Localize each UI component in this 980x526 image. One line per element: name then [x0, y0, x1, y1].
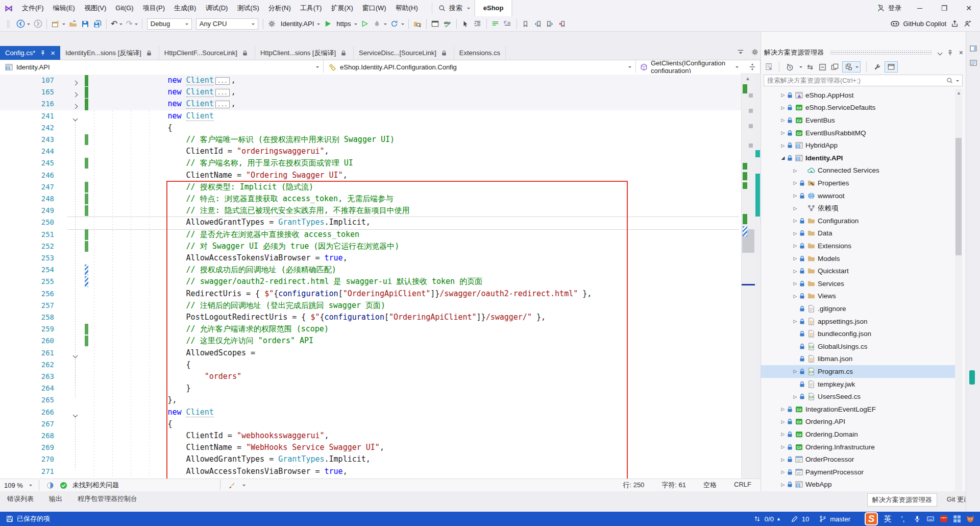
git-branch[interactable]: master — [818, 514, 850, 523]
navigate-forward-button[interactable] — [32, 18, 44, 30]
file-nesting-dropdown[interactable] — [842, 61, 861, 73]
line-ending-indicator[interactable]: CRLF — [734, 481, 751, 490]
open-file-button[interactable] — [67, 18, 79, 30]
restart-app-button[interactable] — [388, 18, 406, 30]
collapsed-arrow-icon[interactable]: ▷ — [779, 117, 787, 123]
fold-collapsed-icon[interactable] — [74, 90, 77, 98]
start-debugging-button[interactable] — [322, 18, 334, 30]
tree-item-Ordering.Infrastructure[interactable]: ▷C#Ordering.Infrastructure — [761, 441, 956, 453]
collapsed-region-box[interactable]: ... — [215, 89, 230, 97]
selection-mode-button[interactable] — [459, 18, 472, 30]
fold-collapsed-icon[interactable] — [74, 102, 77, 110]
previous-bookmark-button[interactable] — [532, 18, 544, 30]
collapsed-arrow-icon[interactable]: ▷ — [792, 206, 799, 211]
collapsed-arrow-icon[interactable]: ▷ — [792, 231, 799, 236]
tree-item-.gitignore[interactable]: .gitignore — [761, 302, 956, 315]
tree-item-Connected Services[interactable]: ▷Connected Services — [761, 164, 956, 177]
scrollbar-thumb[interactable] — [955, 138, 962, 255]
switch-views-icon[interactable] — [764, 62, 773, 71]
collapsed-region-box[interactable]: ... — [215, 101, 230, 108]
collapsed-arrow-icon[interactable]: ▷ — [792, 256, 799, 261]
tree-item-Identity.API[interactable]: ◢Identity.API — [761, 152, 956, 164]
collapsed-arrow-icon[interactable]: ▷ — [792, 281, 799, 286]
menu-分析(N)[interactable]: 分析(N) — [264, 4, 296, 12]
tree-item-Quickstart[interactable]: ▷Quickstart — [761, 265, 956, 277]
expanded-arrow-icon[interactable]: ◢ — [779, 155, 787, 160]
problems-status-label[interactable]: 未找到相关问题 — [72, 481, 119, 490]
show-all-files-icon[interactable] — [830, 62, 839, 71]
tree-item-Configuration[interactable]: ▷Configuration — [761, 214, 956, 227]
tree-item-libman.json[interactable]: {}libman.json — [761, 353, 956, 366]
search-box[interactable]: 搜索 — [432, 3, 475, 14]
tree-item-Data[interactable]: ▷Data — [761, 227, 956, 240]
tree-item-WebApp[interactable]: ▷WebApp — [761, 479, 956, 491]
redo-button[interactable]: ↷ — [124, 18, 139, 30]
tree-item-EventBus[interactable]: ▷C#EventBus — [761, 114, 956, 127]
tree-item-tempkey.jwk[interactable]: tempkey.jwk — [761, 378, 956, 391]
breadcrumb-member-dropdown[interactable]: GetClients(IConfiguration configuration) — [636, 60, 761, 74]
tree-item-eShop.ServiceDefaults[interactable]: ▷C#eShop.ServiceDefaults — [761, 102, 956, 114]
tree-item-Extensions[interactable]: ▷Extensions — [761, 240, 956, 252]
debug-configuration-dropdown[interactable]: Debug — [147, 18, 192, 30]
spell-check-button[interactable]: abc — [442, 18, 454, 30]
preview-selected-items-button[interactable] — [885, 61, 898, 73]
platform-dropdown[interactable]: Any CPU — [196, 18, 258, 30]
toolbar-grip[interactable] — [2, 18, 14, 30]
collapsed-arrow-icon[interactable]: ▷ — [792, 168, 799, 173]
explorer-tab-解决方案资源管理器[interactable]: 解决方案资源管理器 — [867, 493, 937, 507]
caret-column-indicator[interactable]: 字符: 61 — [662, 481, 686, 490]
active-files-dropdown-icon[interactable] — [736, 47, 745, 57]
panel-tab-错误列表[interactable]: 错误列表 — [5, 493, 36, 505]
window-position-icon[interactable] — [937, 50, 942, 55]
collapsed-region-box[interactable]: ... — [215, 77, 230, 85]
search-icon[interactable] — [945, 76, 954, 85]
collapsed-arrow-icon[interactable]: ▷ — [779, 432, 787, 437]
docked-tool-icon[interactable] — [969, 58, 978, 67]
menu-Git(G)[interactable]: Git(G) — [111, 4, 138, 12]
breadcrumb-type-dropdown[interactable]: eShop.Identity.API.Configuration.Config — [324, 60, 636, 74]
collapsed-arrow-icon[interactable]: ▷ — [792, 369, 799, 374]
errors-warnings[interactable]: 0/0▲ — [753, 514, 781, 523]
format-indent-button[interactable] — [472, 18, 484, 30]
solution-explorer-search-input[interactable]: 搜索解决方案资源管理器(Ctrl+;) — [764, 75, 963, 86]
find-in-files-button[interactable] — [411, 18, 424, 30]
ime-toolbox-icon[interactable] — [952, 514, 962, 523]
solution-name-badge[interactable]: eShop — [475, 0, 512, 16]
collapsed-arrow-icon[interactable]: ▷ — [792, 193, 799, 198]
menu-窗口(W)[interactable]: 窗口(W) — [358, 4, 391, 12]
docked-tool-icon[interactable] — [969, 44, 978, 53]
panel-tab-程序包管理器控制台[interactable]: 程序包管理器控制台 — [76, 493, 139, 505]
tree-item-GlobalUsings.cs[interactable]: C#GlobalUsings.cs — [761, 340, 956, 353]
save-button[interactable] — [79, 18, 91, 30]
zoom-level-dropdown[interactable]: 109 % — [4, 482, 23, 489]
tree-item-appsettings.json[interactable]: ▷{}appsettings.json — [761, 315, 956, 328]
tree-item-eShop.AppHost[interactable]: ▷eShop.AppHost — [761, 89, 956, 102]
menu-视图(V)[interactable]: 视图(V) — [80, 4, 111, 12]
pending-changes-filter-icon[interactable] — [785, 62, 794, 71]
fold-collapsed-icon[interactable] — [74, 79, 77, 86]
collapsed-arrow-icon[interactable]: ▷ — [779, 105, 787, 110]
indentation-indicator[interactable]: 空格 — [703, 481, 717, 490]
start-without-debugging-button[interactable] — [359, 18, 371, 30]
code-editor[interactable]: 107new Client...,165new Client...,216new… — [0, 73, 741, 479]
caret-line-indicator[interactable]: 行: 250 — [623, 481, 644, 490]
menu-调试(D)[interactable]: 调试(D) — [201, 4, 232, 12]
tree-item-bundleconfig.json[interactable]: {}bundleconfig.json — [761, 327, 956, 340]
format-document-button[interactable] — [489, 18, 502, 30]
explorer-scrollbar[interactable]: ▲ — [955, 89, 962, 491]
tree-item-IntegrationEventLogEF[interactable]: ▷C#IntegrationEventLogEF — [761, 403, 956, 416]
close-panel-icon[interactable]: × — [959, 49, 963, 57]
scroll-up-icon[interactable]: ▲ — [745, 76, 750, 81]
startup-project-dropdown[interactable]: Identity.API — [278, 18, 322, 30]
tree-item-HybridApp[interactable]: ▷HybridApp — [761, 139, 956, 152]
restore-button[interactable]: ❐ — [933, 0, 955, 16]
collapsed-arrow-icon[interactable]: ▷ — [792, 269, 799, 274]
share-icon[interactable] — [950, 19, 959, 29]
collapsed-arrow-icon[interactable]: ▷ — [792, 394, 799, 399]
collapsed-arrow-icon[interactable]: ▷ — [779, 92, 787, 98]
save-all-button[interactable] — [91, 18, 104, 30]
tab-HttpClientF...SourceLink-[interactable]: HttpClientF...SourceLink] — [159, 46, 255, 60]
tree-item-Ordering.API[interactable]: ▷C#Ordering.API — [761, 416, 956, 428]
close-button[interactable]: ✕ — [958, 0, 980, 16]
tab-Config.cs-[interactable]: Config.cs*× — [0, 46, 60, 60]
